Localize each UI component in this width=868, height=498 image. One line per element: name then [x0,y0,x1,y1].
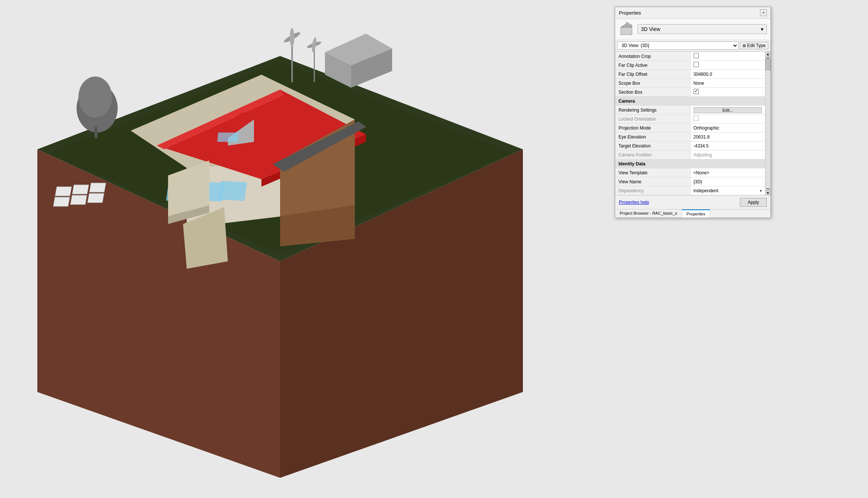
table-row: Annotation Crop [616,52,765,61]
prop-value-projection-mode[interactable]: Orthographic [690,124,765,133]
panel-footer: Properties help Apply [615,195,771,209]
svg-rect-35 [70,195,87,205]
far-clip-active-checkbox[interactable] [694,62,699,67]
table-row: Target Elevation -4334.5 [616,141,765,150]
tab-properties[interactable]: Properties [682,209,710,218]
panel-title: Properties [619,10,641,16]
prop-value-view-name[interactable]: {3D} [690,177,765,186]
table-row: Locked Orientation [616,115,765,124]
3d-view-icon [619,22,634,37]
prop-value-far-clip-offset: 304800.0 [690,70,765,79]
table-row: Eye Elevation 20631.8 [616,133,765,141]
table-row: Projection Mode Orthographic [616,124,765,133]
panel-header: 3D View ▾ [615,19,771,40]
rendering-settings-edit-button[interactable]: Edit... [694,107,762,113]
svg-rect-31 [55,187,71,196]
scrollbar-thumb[interactable] [765,59,771,70]
svg-rect-13 [217,133,239,142]
prop-label-locked-orientation: Locked Orientation [616,115,691,124]
svg-rect-33 [89,183,106,192]
svg-rect-19 [218,181,247,201]
edit-type-label: Edit Type [747,43,766,48]
table-row: Dependency Independent ▾ [616,186,765,195]
tab-project-browser-label: Project Browser - RAC_basic_s [620,211,677,215]
prop-label-view-template: View Template [616,168,691,177]
annotation-crop-checkbox[interactable] [694,53,699,58]
prop-value-far-clip-active[interactable] [690,61,765,70]
view-type-dropdown[interactable]: 3D View ▾ [638,24,767,34]
table-row: Rendering Settings Edit... [616,106,765,115]
prop-value-scope-box[interactable]: None [690,79,765,88]
locked-orientation-checkbox[interactable] [694,116,699,121]
tab-project-browser[interactable]: Project Browser - RAC_basic_s [615,209,682,217]
table-row: Far Clip Offset 304800.0 [616,70,765,79]
table-row: Camera Position Adjusting [616,150,765,159]
svg-point-27 [290,28,294,47]
prop-value-dependency[interactable]: Independent ▾ [690,186,765,195]
prop-value-section-box[interactable] [690,88,765,97]
view-selector-dropdown[interactable]: 3D View: {3D} [617,41,738,50]
properties-panel: Properties × 3D View ▾ 3D View: {3D} ⊞ E… [615,7,771,218]
apply-button[interactable]: Apply [740,198,767,207]
prop-label-section-box: Section Box [616,88,691,97]
table-row: Scope Box None [616,79,765,88]
close-button[interactable]: × [760,9,767,16]
prop-label-target-elevation: Target Elevation [616,141,691,150]
edit-type-button[interactable]: ⊞ Edit Type [740,42,768,49]
scroll-up-button[interactable]: ▲ [765,52,771,57]
panel-bottom-tabs: Project Browser - RAC_basic_s Properties [615,209,771,218]
prop-value-target-elevation: -4334.5 [690,141,765,150]
view-selector-row: 3D View: {3D} ⊞ Edit Type [615,40,771,52]
prop-label-scope-box: Scope Box [616,79,691,88]
table-row: View Template <None> [616,168,765,177]
prop-label-rendering-settings: Rendering Settings [616,106,691,115]
prop-label-projection-mode: Projection Mode [616,124,691,133]
properties-table: Annotation Crop Far Clip Active Far Clip… [615,52,765,195]
svg-rect-34 [53,197,69,206]
table-row: Section Box [616,88,765,97]
svg-rect-32 [72,185,89,194]
prop-label-far-clip-offset: Far Clip Offset [616,70,691,79]
panel-titlebar: Properties × [615,7,771,19]
prop-label-eye-elevation: Eye Elevation [616,133,691,141]
scroll-down-button[interactable]: ▼ [765,190,771,195]
properties-scroll-area: Annotation Crop Far Clip Active Far Clip… [615,52,771,195]
scroll-indicator-top [766,57,770,59]
svg-rect-41 [621,27,632,35]
tab-properties-label: Properties [686,212,705,216]
prop-label-view-name: View Name [616,177,691,186]
prop-value-annotation-crop[interactable] [690,52,765,61]
prop-value-eye-elevation: 20631.8 [690,133,765,141]
prop-value-rendering-settings[interactable]: Edit... [690,106,765,115]
prop-value-locked-orientation[interactable] [690,115,765,124]
svg-rect-24 [94,127,97,138]
grid-icon: ⊞ [743,43,746,48]
prop-label-dependency: Dependency [616,186,691,195]
view-type-label: 3D View [641,26,660,32]
table-row: Far Clip Active [616,61,765,70]
camera-section-header: Camera [616,97,765,106]
dependency-dropdown-arrow: ▾ [760,188,762,193]
table-row: View Name {3D} [616,177,765,186]
section-box-checkbox[interactable] [694,89,699,94]
camera-section-label: Camera [616,97,765,106]
identity-section-header: Identity Data [616,159,765,168]
prop-label-camera-position: Camera Position [616,150,691,159]
scrollbar-track[interactable]: ▲ ▼ [765,52,771,195]
prop-value-view-template[interactable]: <None> [690,168,765,177]
prop-label-annotation-crop: Annotation Crop [616,52,691,61]
svg-point-23 [78,77,112,118]
identity-section-label: Identity Data [616,159,765,168]
properties-help-link[interactable]: Properties help [619,200,649,205]
prop-value-camera-position: Adjusting [690,150,765,159]
scroll-indicator-bottom [766,188,770,189]
prop-label-far-clip-active: Far Clip Active [616,61,691,70]
dropdown-chevron-icon: ▾ [761,26,763,32]
svg-rect-36 [87,193,104,203]
